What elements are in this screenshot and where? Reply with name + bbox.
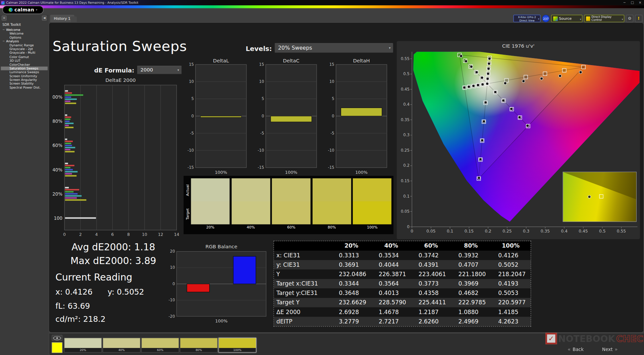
meter-button[interactable]: X-Rite i1Pro 2 Direct View ▾ — [514, 15, 541, 22]
y-tick-label: 0 — [332, 114, 334, 118]
y-tick-label: 5 — [332, 96, 334, 101]
maximize-button[interactable]: □ — [628, 1, 636, 4]
table-header-cell: 20% — [331, 241, 371, 251]
swatch-label: 20% — [191, 225, 229, 229]
sidebar-item-welcome[interactable]: Welcome — [1, 32, 48, 36]
close-button[interactable]: × — [636, 1, 644, 4]
footer-swatch-color — [219, 338, 256, 348]
sidebar-item-color-gamut[interactable]: Color Gamut — [1, 55, 48, 59]
meter-count-badge[interactable]: 237 — [542, 15, 549, 22]
toolbar-right: X-Rite i1Pro 2 Direct View ▾ 237 Source … — [514, 15, 642, 22]
sidebar-menu-button[interactable]: ≡ — [2, 16, 7, 21]
y-tick-label: -10 — [187, 148, 194, 153]
table-row-target-y-cie31: Target y:CIE310.36480.40130.43580.46820.… — [274, 289, 531, 298]
rgb-bar-blue — [233, 256, 256, 284]
sidebar-collapse-button[interactable]: ◀ — [42, 16, 47, 21]
current-color-preview[interactable] — [52, 342, 62, 353]
y-tick-label: 5 — [262, 96, 264, 101]
back-chevrons-icon: « — [568, 346, 571, 352]
deltaE-bar-white — [65, 114, 67, 116]
source-button[interactable]: Source ▾ — [551, 15, 582, 22]
display-control-button[interactable]: Direct Display Control ▾ — [584, 15, 624, 22]
x-axis-label: 100% — [215, 170, 227, 175]
footer-swatch-label: 60% — [142, 348, 178, 352]
swatch-label: 60% — [272, 225, 311, 229]
y-tick-label: 0.1 — [403, 194, 410, 199]
sidebar: ≡ ◀ SDR Toolkit −WelcomeWelcomeOptions−A… — [0, 15, 48, 355]
deltaE-bar-blue — [65, 120, 69, 122]
new-tab-button[interactable] — [71, 16, 77, 22]
table-cell: 218.2047 — [491, 269, 531, 279]
preview-eye-button[interactable] — [52, 335, 62, 341]
alert-button[interactable]: ! — [635, 15, 642, 22]
chart-title: DeltaC — [283, 58, 299, 63]
footer-swatch-20%[interactable]: 20% — [64, 338, 102, 353]
back-button[interactable]: « Back — [568, 346, 584, 352]
calman-menu-button[interactable]: calman ▾ — [2, 6, 43, 14]
footer-swatch-40%[interactable]: 40% — [103, 338, 141, 353]
x-tick-label: 14 — [174, 232, 179, 237]
footer-swatch-label: 20% — [64, 348, 101, 352]
y-tick-label: 15 — [189, 62, 194, 67]
footer-swatch-color — [180, 338, 217, 348]
next-button[interactable]: Next » — [602, 346, 618, 352]
deltaE-bar-green — [65, 118, 70, 120]
minimize-button[interactable]: − — [621, 1, 628, 4]
sidebar-item-grayscale-2pt[interactable]: Grayscale - 2pt — [1, 47, 48, 51]
y-tick-label: 0.15 — [401, 179, 410, 183]
sidebar-item-label: 3D LUT — [9, 59, 20, 63]
sidebar-item-luminance-sweeps[interactable]: Luminance Sweeps — [1, 70, 48, 74]
sidebar-item-screen-uniformity[interactable]: Screen Uniformity — [1, 74, 48, 78]
x-tick-label: 4 — [95, 232, 98, 237]
table-cell: 1.2187 — [411, 307, 451, 317]
measurement-table: 20%40%60%80%100%x: CIE310.33130.35340.37… — [274, 241, 531, 327]
titlebar: Calman 2022 Calman Ultimate for Business… — [0, 0, 644, 5]
swatch-actual — [231, 178, 270, 201]
cie-1976-chart-panel: CIE 1976 u'v'000.050.050.10.10.150.150.2… — [397, 41, 640, 239]
x-tick-label: 12 — [158, 232, 163, 237]
tree-expander-icon[interactable]: − — [2, 40, 5, 44]
deltaE-bar-blue — [65, 169, 73, 170]
swatch-label: 100% — [353, 225, 391, 229]
footer-swatch-80%[interactable]: 80% — [180, 338, 218, 353]
footer-swatch-60%[interactable]: 60% — [141, 338, 179, 353]
sidebar-item-label: Grayscale - 2pt — [9, 47, 33, 51]
table-cell: 1.4185 — [491, 307, 531, 317]
sidebar-item-colorchecker[interactable]: ColorChecker — [1, 63, 48, 66]
sidebar-item-screen-angularity[interactable]: Screen Angularity — [1, 78, 48, 82]
sidebar-item-dynamic-range[interactable]: Dynamic Range — [1, 43, 48, 47]
table-cell: 221.1800 — [451, 269, 491, 279]
levels-dropdown[interactable]: 20% Sweeps ▾ — [274, 43, 393, 53]
sidebar-item-welcome[interactable]: −Welcome — [1, 28, 48, 32]
deltaE-bar-red — [65, 189, 79, 191]
swatch-actual — [353, 178, 391, 201]
chart-title: RGB Balance — [206, 244, 237, 249]
footer-swatch-color — [103, 338, 140, 348]
eye-icon — [53, 336, 61, 340]
de-formula-dropdown[interactable]: 2000 ▾ — [137, 65, 182, 74]
sidebar-item-saturation-sweeps[interactable]: Saturation Sweeps — [1, 66, 48, 70]
sidebar-item-screen-stability[interactable]: Screen Stability — [1, 82, 48, 86]
x-tick-label: 6 — [111, 232, 114, 237]
y-tick-label: -5 — [190, 131, 194, 136]
settings-button[interactable]: ⚙ — [626, 15, 633, 22]
chart-title: DeltaH — [353, 58, 370, 63]
y-tick-label: 10 — [259, 79, 264, 84]
table-row-target-y: Target Y232.6629228.5790225.4411222.9785… — [274, 298, 531, 307]
table-cell: 0.4044 — [371, 260, 411, 269]
table-row-label: Target x:CIE31 — [274, 279, 331, 288]
y-tick-label: 0.55 — [401, 56, 410, 61]
deltaE-bar-red — [65, 116, 71, 118]
tree-expander-icon[interactable]: − — [2, 28, 5, 32]
deltaE-bar-magenta — [65, 173, 72, 174]
sidebar-item-label: Analysis — [6, 40, 19, 44]
sidebar-item-spectral-power-dist[interactable]: Spectral Power Dist. — [1, 86, 48, 90]
sidebar-item-analysis[interactable]: −Analysis — [1, 40, 48, 43]
deltaE-bar-yellow — [65, 151, 74, 152]
deltaE-bar-green — [65, 94, 83, 96]
footer-swatch-100%[interactable]: 100% — [218, 338, 256, 353]
sidebar-item-grayscale-multi[interactable]: Grayscale - Multi — [1, 51, 48, 55]
cie-measured-blue — [483, 120, 485, 123]
sidebar-item-3d-lut[interactable]: 3D LUT — [1, 59, 48, 62]
sidebar-item-options[interactable]: Options — [1, 36, 48, 39]
